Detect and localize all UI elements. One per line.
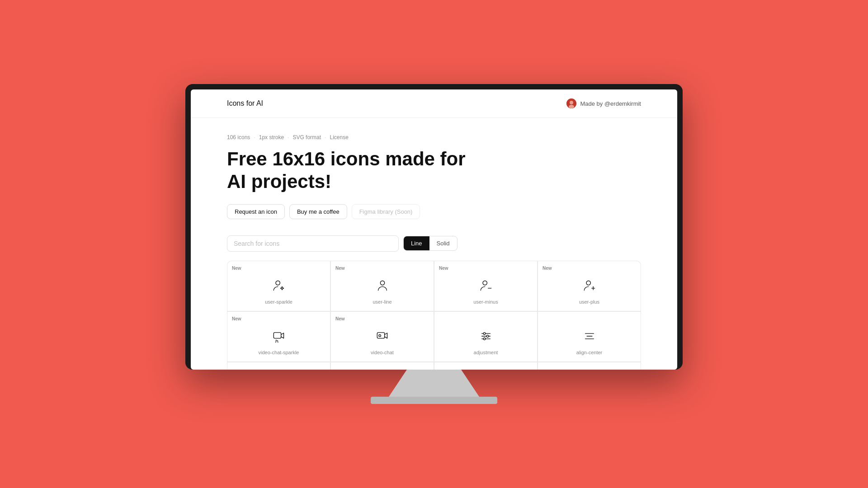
icon-label-adjustment: adjustment [474, 350, 498, 355]
icon-label-user-sparkle: user-sparkle [265, 299, 292, 305]
new-badge: New [439, 266, 448, 271]
new-badge: New [542, 266, 552, 271]
icon-cell-align-justify[interactable]: align-justify [434, 362, 537, 370]
icon-user-minus [477, 277, 495, 295]
icon-user-plus [580, 277, 599, 295]
app-header: Icons for AI Made by @erdemkirmit [191, 89, 677, 118]
icon-adjustment [477, 327, 495, 345]
meta-license[interactable]: License [330, 134, 348, 141]
icon-label-user-plus: user-plus [579, 299, 599, 305]
svg-point-7 [586, 281, 590, 285]
search-input-wrap [227, 235, 399, 252]
monitor-stand [389, 370, 479, 397]
icon-video-chat-sparkle [270, 327, 288, 345]
icon-label-user-minus: user-minus [473, 299, 498, 305]
page-title: Free 16x16 icons made for AI projects! [227, 148, 641, 193]
icon-cell-user-minus[interactable]: New user-minus [434, 261, 537, 311]
meta-stroke: 1px stroke [259, 134, 284, 141]
app-logo: Icons for AI [227, 99, 263, 108]
icon-user-sparkle [270, 277, 288, 295]
svg-point-2 [569, 105, 574, 108]
avatar [566, 99, 576, 108]
monitor-base [371, 397, 497, 404]
action-buttons: Request an icon Buy me a coffee Figma li… [227, 204, 641, 219]
icon-video-chat [373, 327, 392, 345]
svg-point-17 [486, 335, 489, 337]
icon-cell-align-center[interactable]: align-center [538, 312, 641, 361]
made-by-label: Made by @erdemkirmit [580, 100, 641, 107]
new-badge: New [232, 316, 241, 321]
svg-point-18 [483, 338, 486, 340]
icon-cell-image-text[interactable]: image-text [538, 362, 641, 370]
icon-label-video-chat-sparkle: video-chat-sparkle [259, 350, 299, 355]
icon-cell-video-chat[interactable]: New video-chat [331, 312, 434, 361]
style-solid-button[interactable]: Solid [429, 236, 457, 250]
icon-cell-align-left[interactable]: align-left [227, 362, 330, 370]
search-row: Line Solid [227, 235, 641, 252]
icon-label-video-chat: video-chat [371, 350, 394, 355]
meta-icons-count: 106 icons [227, 134, 250, 141]
svg-point-12 [378, 334, 381, 337]
monitor-frame: Icons for AI Made by @erdemkirmit [185, 84, 683, 370]
new-badge: New [335, 266, 345, 271]
icons-grid: New user-sparkle New user-line [227, 261, 641, 370]
new-badge: New [232, 266, 241, 271]
svg-rect-10 [274, 333, 281, 338]
svg-point-3 [276, 281, 280, 285]
icon-cell-user-line[interactable]: New user-line [331, 261, 434, 311]
svg-point-5 [483, 281, 487, 285]
meta-format: SVG format [292, 134, 321, 141]
svg-point-16 [483, 333, 486, 335]
icon-cell-adjustment[interactable]: adjustment [434, 312, 537, 361]
buy-coffee-button[interactable]: Buy me a coffee [289, 204, 347, 219]
search-input[interactable] [227, 235, 399, 252]
icon-cell-user-sparkle[interactable]: New user-sparkle [227, 261, 330, 311]
request-icon-button[interactable]: Request an icon [227, 204, 285, 219]
icon-cell-video-chat-sparkle[interactable]: New video-chat-sparkle [227, 312, 330, 361]
icon-cell-align-right[interactable]: align-right [331, 362, 434, 370]
svg-point-4 [380, 281, 384, 285]
monitor-wrapper: Icons for AI Made by @erdemkirmit [185, 84, 683, 404]
made-by-section: Made by @erdemkirmit [566, 99, 641, 108]
icon-cell-user-plus[interactable]: New user-plus [538, 261, 641, 311]
monitor-screen: Icons for AI Made by @erdemkirmit [191, 89, 677, 370]
style-line-button[interactable]: Line [404, 236, 429, 250]
style-toggle: Line Solid [403, 236, 458, 251]
icon-label-user-line: user-line [373, 299, 392, 305]
svg-point-1 [570, 101, 573, 104]
new-badge: New [335, 316, 345, 321]
icon-align-center [580, 327, 599, 345]
app-main: 106 icons · 1px stroke · SVG format · Li… [191, 118, 677, 370]
icon-user-line [373, 277, 392, 295]
figma-library-button: Figma library (Soon) [352, 204, 420, 219]
meta-bar: 106 icons · 1px stroke · SVG format · Li… [227, 134, 641, 141]
icon-label-align-center: align-center [576, 350, 602, 355]
